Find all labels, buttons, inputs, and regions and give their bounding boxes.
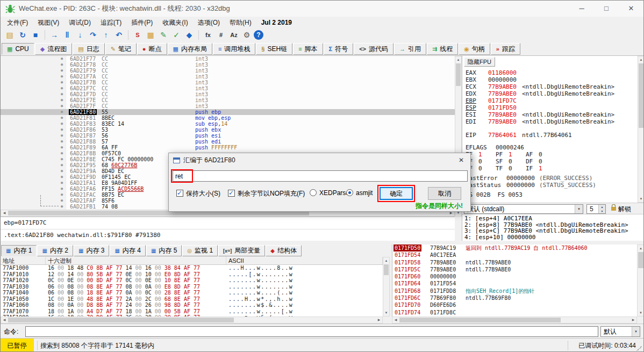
stack-row[interactable]: 0171FD640171FD54 bbox=[392, 280, 637, 287]
calling-convention-select[interactable]: 默认 (stdcall) ▼ bbox=[464, 204, 583, 214]
hash-icon[interactable]: # bbox=[215, 30, 227, 41]
dump-row[interactable]: 77AF106008 00 0A 00 D8 8B AF 77 24 00 26… bbox=[1, 302, 383, 308]
stack-hscrollbar[interactable]: ◀ ▶ bbox=[392, 317, 637, 324]
register-row-ebp[interactable]: EBP0171FD7C bbox=[466, 97, 614, 104]
stack-row[interactable]: 0171FD70D60FE6D6 bbox=[392, 301, 637, 308]
tab-trace[interactable]: »跟踪 bbox=[491, 43, 520, 55]
cancel-button[interactable]: 取消 bbox=[428, 187, 461, 200]
disasm-row[interactable]: 6AD21F818BECmov ebp,esp bbox=[1, 115, 455, 121]
flags-block[interactable]: ZF1PF1AF0OF0SF0DF0CF0TF0IF1 bbox=[466, 151, 556, 172]
execute-till-return-icon[interactable]: ↑ bbox=[100, 30, 112, 41]
minimize-button[interactable]: ─ bbox=[569, 1, 594, 17]
nop-fill-checkbox[interactable]: 剩余字节以NOP填充(F) bbox=[228, 189, 305, 198]
menu-item-2[interactable]: 调试(D) bbox=[64, 17, 96, 29]
tab-seh[interactable]: §SEH链 bbox=[256, 43, 292, 55]
dump-row[interactable]: 77AF10501C 00 1E 00 48 8E AF 77 2A 00 2C… bbox=[1, 296, 383, 303]
menu-item-1[interactable]: 视图(V) bbox=[33, 17, 64, 29]
check-icon[interactable]: ✓ bbox=[170, 30, 182, 41]
tab-notes[interactable]: ✎笔记 bbox=[105, 43, 137, 55]
tab-cpu[interactable]: ▦CPU bbox=[2, 43, 34, 55]
command-profile-select[interactable]: 默认 ▼ bbox=[600, 326, 640, 337]
disasm-row[interactable]: 6AD21F7CCCint3 bbox=[1, 85, 455, 91]
dump-row[interactable]: 77AF103006 00 08 00 08 8E AF 77 08 00 0A… bbox=[1, 284, 383, 290]
argument-count-stepper[interactable]: 5 ▲▼ bbox=[586, 204, 606, 214]
scroll-left-icon[interactable]: ◀ bbox=[392, 317, 399, 323]
disasm-row[interactable]: 6AD21F7DCCint3 bbox=[1, 91, 455, 97]
comment-icon[interactable]: ✎ bbox=[158, 30, 169, 41]
register-row-eip[interactable]: EIP77B64061ntdll.77B64061 bbox=[466, 132, 572, 139]
disasm-row[interactable]: 6AD21F7FCCint3 bbox=[1, 103, 455, 109]
tab-graph[interactable]: ◆流程图 bbox=[35, 43, 72, 55]
scroll-up-icon[interactable]: ▲ bbox=[383, 257, 389, 264]
disasm-row[interactable]: 6AD21F8857push edi bbox=[1, 139, 455, 145]
tab-references[interactable]: →引用 bbox=[394, 43, 426, 55]
tab-threads[interactable]: ⇉线程 bbox=[427, 43, 458, 55]
pause-icon[interactable]: ‖ bbox=[61, 30, 73, 41]
asmjit-radio[interactable]: asmjit bbox=[346, 189, 373, 197]
scroll-left-icon[interactable]: ◀ bbox=[1, 317, 8, 323]
settings-icon[interactable]: ⚙ bbox=[241, 30, 253, 41]
stack-row[interactable]: 0171FD740171FD8C bbox=[392, 309, 637, 316]
keep-size-checkbox[interactable]: 保持大小(S) bbox=[176, 189, 220, 198]
step-over-icon[interactable]: ↷ bbox=[87, 30, 99, 41]
register-row-edi[interactable]: EDI77B9ABE0<ntdll.DbgUiRemoteBreakin> bbox=[466, 118, 614, 125]
scroll-up-icon[interactable]: ▲ bbox=[638, 245, 644, 252]
scroll-left-icon[interactable]: ◀ bbox=[1, 210, 8, 216]
scroll-thumb[interactable] bbox=[638, 252, 643, 268]
disasm-row[interactable]: 6AD21F7BCCint3 bbox=[1, 80, 455, 85]
stack-row[interactable]: 0171FD680171FDD8指向SEH_Record[1]的指针 bbox=[392, 288, 637, 294]
dump-tab-watch-1[interactable]: ◎监视 1 bbox=[182, 245, 218, 256]
tab-call-stack[interactable]: ≡调用堆栈 bbox=[213, 43, 255, 55]
scroll-down-icon[interactable]: ▼ bbox=[383, 310, 389, 316]
tab-handles[interactable]: ◉句柄 bbox=[459, 43, 490, 55]
register-row-ebx[interactable]: EBX00000000 bbox=[466, 76, 614, 83]
scroll-thumb[interactable] bbox=[399, 318, 561, 322]
dump-tab-memory-5[interactable]: ▦内存 5 bbox=[146, 245, 182, 256]
stepper-buttons[interactable]: ▲▼ bbox=[598, 205, 605, 213]
run-icon[interactable]: → bbox=[48, 30, 60, 41]
register-row-eax[interactable]: EAX01186000 bbox=[466, 69, 614, 76]
help-icon[interactable]: ? bbox=[254, 30, 263, 40]
patches-icon[interactable]: ▦ bbox=[145, 30, 156, 41]
step-back-icon[interactable]: ↶ bbox=[113, 30, 125, 41]
dump-tab-memory-4[interactable]: ▦内存 4 bbox=[110, 245, 145, 256]
last-status-row[interactable]: LastStatus00000000(STATUS_SUCCESS) bbox=[466, 182, 596, 189]
disasm-row[interactable]: 6AD21F8756push esi bbox=[1, 133, 455, 139]
tab-script[interactable]: ≡脚本 bbox=[293, 43, 323, 55]
dump-tab-memory-2[interactable]: ▦内存 2 bbox=[37, 245, 73, 256]
scroll-thumb[interactable] bbox=[384, 264, 389, 275]
dump-tab-memory-3[interactable]: ▦内存 3 bbox=[74, 245, 109, 256]
spin-up-icon[interactable]: ▲ bbox=[599, 205, 605, 209]
close-button[interactable]: ✕ bbox=[619, 1, 643, 17]
xedparse-radio[interactable]: XEDParse bbox=[310, 189, 349, 197]
stack-arguments-pane[interactable]: 1: [esp+4] A0C17EEA2: [esp+8] 77B9ABE0 <… bbox=[462, 214, 644, 241]
scroll-thumb[interactable] bbox=[639, 63, 643, 128]
functions-icon[interactable]: fx bbox=[202, 30, 214, 41]
stack-row[interactable]: 0171FD54A0C17EEA bbox=[392, 252, 637, 258]
dump-row[interactable]: 77AF100016 00 18 48 C0 8B AF 77 14 00 16… bbox=[1, 265, 383, 271]
chevron-down-icon[interactable]: ▼ bbox=[575, 205, 583, 213]
scroll-up-icon[interactable]: ▲ bbox=[455, 56, 461, 63]
restart-icon[interactable]: ↻ bbox=[17, 30, 28, 41]
register-row-ecx[interactable]: ECX77B9ABE0<ntdll.DbgUiRemoteBreakin> bbox=[466, 83, 614, 90]
stack-pane[interactable]: 0171FD5077B9AC19返回到 ntdll.77B9AC19 自 ntd… bbox=[392, 245, 637, 317]
stack-row[interactable]: 0171FD5077B9AC19返回到 ntdll.77B9AC19 自 ntd… bbox=[392, 245, 637, 252]
chevron-down-icon[interactable]: ▼ bbox=[632, 327, 640, 336]
stack-row[interactable]: 0171FD6000000000 bbox=[392, 273, 637, 280]
scroll-down-icon[interactable]: ▼ bbox=[638, 310, 644, 316]
open-file-icon[interactable]: ▤ bbox=[4, 30, 16, 41]
dialog-close-icon[interactable]: ✕ bbox=[452, 153, 470, 167]
disasm-row[interactable]: 6AD21F7ECCint3 bbox=[1, 97, 455, 103]
instruction-input[interactable] bbox=[173, 170, 468, 182]
register-row-esp[interactable]: ESP0171FD50 bbox=[466, 104, 614, 111]
menu-item-5[interactable]: 收藏夹(I) bbox=[158, 17, 192, 29]
scroll-right-icon[interactable]: ▶ bbox=[630, 317, 636, 323]
scroll-down-icon[interactable]: ▼ bbox=[638, 196, 644, 202]
tab-memory-map[interactable]: ▦内存布局 bbox=[168, 43, 212, 55]
register-row-esi[interactable]: ESI77B9ABE0<ntdll.DbgUiRemoteBreakin> bbox=[466, 111, 614, 118]
menu-item-7[interactable]: 帮助(H) bbox=[225, 17, 256, 29]
scroll-up-icon[interactable]: ▲ bbox=[638, 56, 644, 63]
dump-row[interactable]: 77AF107018 00 1A 00 A4 D7 AF 77 18 00 1A… bbox=[1, 308, 383, 315]
resize-grip[interactable] bbox=[636, 346, 642, 351]
graph-icon[interactable]: ◆ bbox=[183, 30, 195, 41]
